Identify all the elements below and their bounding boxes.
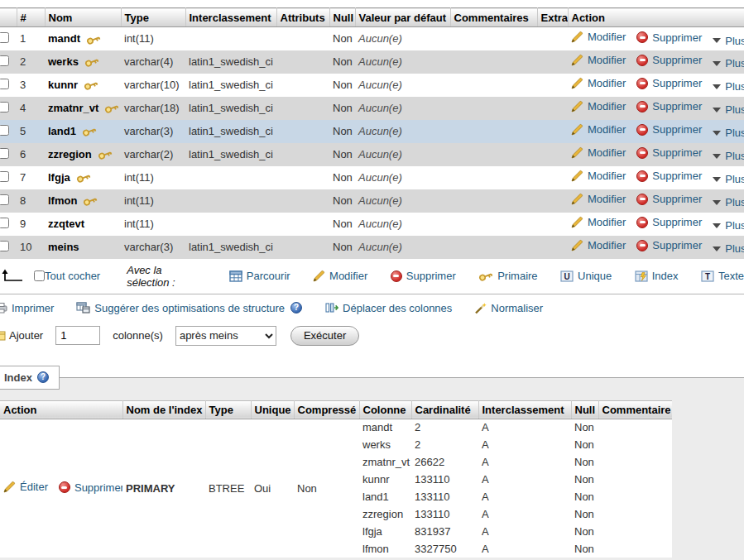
field-name: meins [48,241,79,253]
row-drop-link[interactable]: Supprimer [636,54,702,66]
change-action[interactable]: Modifier [313,270,367,282]
row-modify-link[interactable]: Modifier [571,146,626,159]
row-modify-link[interactable]: Modifier [571,193,626,205]
primary-action[interactable]: Primaire [478,270,537,282]
row-number: 9 [17,213,45,236]
index-collation: A [478,471,571,488]
index-help-icon[interactable]: ? [37,371,49,383]
field-extra [537,97,568,120]
row-modify-link[interactable]: Modifier [571,100,626,112]
svg-text:T: T [705,272,710,281]
row-drop-link[interactable]: Supprimer [636,193,702,205]
delete-icon [636,240,648,251]
move-columns-icon [324,302,338,314]
field-name: zzregion [48,148,92,160]
row-checkbox[interactable] [0,102,9,112]
help-icon[interactable]: ? [290,302,302,314]
field-null: Non [329,120,355,143]
row-checkbox[interactable] [0,32,9,43]
index-section-tab: Index ? [0,366,60,390]
field-extra [537,213,568,236]
row-more-link[interactable]: Plus [713,57,744,69]
propose-structure-action[interactable]: Suggérer des optimisations de structure [76,302,285,314]
row-modify-link[interactable]: Modifier [571,54,626,66]
row-drop-link[interactable]: Supprimer [636,123,702,136]
field-default: Aucun(e) [358,125,402,137]
caret-down-icon [713,246,721,251]
field-name: mandt [48,32,80,45]
index-edit-link[interactable]: Éditer [3,481,48,493]
index-action[interactable]: Index [635,270,679,282]
row-more-link[interactable]: Plus [713,196,744,208]
row-modify-link[interactable]: Modifier [571,170,626,182]
row-drop-link[interactable]: Supprimer [636,170,702,182]
field-default: Aucun(e) [358,79,402,91]
row-number: 5 [17,120,45,143]
row-more-link[interactable]: Plus [713,219,744,232]
row-checkbox[interactable] [0,125,9,136]
index-cardinality: 26622 [411,453,478,471]
column-count-input[interactable] [55,326,100,345]
drop-action[interactable]: Supprimer [391,270,456,282]
execute-button[interactable]: Exécuter [290,326,359,346]
row-more-link[interactable]: Plus [713,80,744,93]
with-selected-label: Avec la sélection : [127,264,206,289]
table-row: 4zmatnr_vtvarchar(18)latin1_swedish_ciNo… [0,97,744,120]
normalize-action[interactable]: Normaliser [474,302,543,314]
pencil-icon [571,54,583,66]
fulltext-action[interactable]: T Texte [701,270,744,282]
field-collation: latin1_swedish_ci [185,97,276,120]
field-type: varchar(3) [121,120,185,143]
row-checkbox[interactable] [0,55,9,66]
index-drop-link[interactable]: Supprimer [59,481,122,494]
row-checkbox[interactable] [0,194,9,205]
row-checkbox[interactable] [0,241,9,251]
check-all-checkbox[interactable] [34,270,45,281]
index-column: zzregion [359,505,411,523]
row-more-link[interactable]: Plus [713,127,744,139]
row-drop-link[interactable]: Supprimer [636,146,702,159]
row-modify-link[interactable]: Modifier [571,77,626,89]
row-modify-link[interactable]: Modifier [571,216,626,228]
row-checkbox[interactable] [0,171,9,182]
row-modify-link[interactable]: Modifier [571,31,626,43]
row-number: 7 [17,166,45,189]
row-number: 10 [17,236,45,259]
row-more-link[interactable]: Plus [713,103,744,116]
browse-action[interactable]: Parcourir [229,270,290,282]
caret-down-icon [713,177,721,182]
index-icon [635,270,648,282]
field-default: Aucun(e) [358,171,402,184]
index-cardinality: 133110 [411,488,478,505]
table-row: 2werksvarchar(4)latin1_swedish_ciNonAucu… [0,50,744,74]
row-number: 4 [17,97,45,120]
row-checkbox[interactable] [0,79,9,89]
column-position-select[interactable]: après meins [175,326,276,346]
caret-down-icon [713,131,721,136]
column-header: Interclassement [185,8,276,27]
pencil-icon [571,31,583,43]
row-drop-link[interactable]: Supprimer [636,239,702,251]
field-name: werks [48,55,79,68]
move-columns-action[interactable]: Déplacer des colonnes [324,302,452,314]
field-default: Aucun(e) [358,102,402,114]
row-more-link[interactable]: Plus [713,242,744,255]
row-more-link[interactable]: Plus [713,35,744,47]
row-checkbox[interactable] [0,218,9,228]
row-drop-link[interactable]: Supprimer [636,216,702,228]
print-action[interactable]: Imprimer [0,302,54,314]
row-more-link[interactable]: Plus [713,173,744,185]
row-modify-link[interactable]: Modifier [571,123,626,136]
row-more-link[interactable]: Plus [713,150,744,162]
check-all-label[interactable]: Tout cocher [45,270,100,282]
row-modify-link[interactable]: Modifier [571,239,626,251]
table-row: 6zzregionvarchar(2)latin1_swedish_ciNonA… [0,143,744,166]
row-checkbox[interactable] [0,148,9,159]
pencil-icon [571,239,583,251]
row-drop-link[interactable]: Supprimer [636,77,702,89]
row-drop-link[interactable]: Supprimer [636,31,702,44]
row-drop-link[interactable]: Supprimer [636,100,702,112]
unique-action[interactable]: U Unique [560,270,612,282]
field-extra [537,236,568,259]
pencil-icon [571,123,583,136]
